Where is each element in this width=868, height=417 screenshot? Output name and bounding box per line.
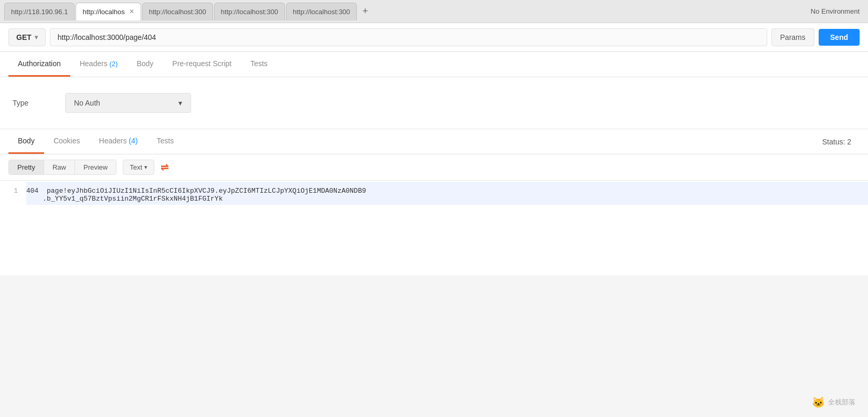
browser-tab-3[interactable]: http://localhost:300: [142, 3, 213, 20]
tab-label-1: http://118.190.96.1: [11, 8, 68, 16]
auth-chevron-icon: ▾: [178, 99, 182, 107]
tab-tests-label: Tests: [250, 59, 268, 68]
send-label: Send: [830, 33, 848, 41]
env-label: No Environment: [811, 7, 860, 15]
line-number-1: 1: [0, 182, 26, 197]
status-label: Status: 2: [822, 138, 851, 146]
format-bar: Pretty Raw Preview Text ▾ ⇌: [0, 154, 868, 181]
tab-label-3: http://localhost:300: [149, 8, 206, 16]
environment-selector[interactable]: No Environment: [807, 5, 864, 17]
method-label: GET: [16, 33, 31, 41]
resp-tests-label: Tests: [156, 137, 174, 145]
auth-type-value: No Auth: [74, 99, 100, 107]
resp-tab-cookies[interactable]: Cookies: [44, 129, 90, 154]
tab-headers[interactable]: Headers (2): [70, 52, 128, 77]
tab-pre-request[interactable]: Pre-request Script: [163, 52, 241, 77]
code-area: 1 404 page!eyJhbGciOiJIUzI1NiIsInR5cCI6I…: [0, 181, 868, 275]
format-type-label: Text: [130, 163, 142, 171]
method-chevron-icon: ▾: [35, 34, 38, 41]
format-type-dropdown[interactable]: Text ▾: [123, 160, 154, 175]
plus-icon: +: [363, 6, 368, 17]
resp-tab-tests[interactable]: Tests: [147, 129, 183, 154]
pretty-button[interactable]: Pretty: [9, 160, 44, 174]
url-input[interactable]: [50, 28, 767, 46]
view-mode-group: Pretty Raw Preview: [8, 160, 117, 175]
tab-label-4: http://localhost:300: [221, 8, 278, 16]
tab-label-2: http://localhos: [82, 8, 124, 16]
status-badge: Status: 2: [822, 138, 860, 146]
close-icon[interactable]: ✕: [129, 8, 134, 15]
tab-label-5: http://localhost:300: [293, 8, 350, 16]
headers-badge: (2): [110, 60, 118, 68]
resp-tab-body[interactable]: Body: [8, 129, 44, 154]
tab-prerequest-label: Pre-request Script: [172, 59, 231, 68]
resp-headers-label: Headers: [99, 137, 127, 145]
format-chevron-icon: ▾: [144, 164, 147, 171]
params-label: Params: [780, 33, 806, 41]
tab-authorization[interactable]: Authorization: [8, 52, 70, 77]
line-content-1: 404 page!eyJhbGciOiJIUzI1NiIsInR5cCI6Ikp…: [26, 182, 868, 205]
resp-tab-headers[interactable]: Headers (4): [90, 129, 147, 154]
method-dropdown[interactable]: GET ▾: [8, 28, 46, 46]
code-line-1: 1 404 page!eyJhbGciOiJIUzI1NiIsInR5cCI6I…: [0, 181, 868, 206]
request-tabs: Authorization Headers (2) Body Pre-reque…: [0, 52, 868, 77]
preview-button[interactable]: Preview: [75, 160, 116, 174]
send-button[interactable]: Send: [819, 29, 860, 46]
browser-tab-1[interactable]: http://118.190.96.1: [4, 3, 75, 20]
browser-tab-4[interactable]: http://localhost:300: [214, 3, 285, 20]
url-bar: GET ▾ Params Send: [0, 23, 868, 52]
tab-bar: http://118.190.96.1 http://localhos ✕ ht…: [0, 0, 868, 23]
raw-button[interactable]: Raw: [44, 160, 75, 174]
tab-body[interactable]: Body: [127, 52, 163, 77]
tab-headers-label: Headers: [80, 59, 108, 68]
resp-headers-badge: (4): [129, 137, 137, 145]
add-tab-button[interactable]: +: [358, 4, 373, 19]
tab-auth-label: Authorization: [18, 59, 61, 68]
wrap-icon[interactable]: ⇌: [161, 162, 168, 173]
resp-cookies-label: Cookies: [54, 137, 80, 145]
browser-tab-5[interactable]: http://localhost:300: [286, 3, 357, 20]
tab-body-label: Body: [136, 59, 153, 68]
auth-section: Type No Auth ▾: [0, 77, 868, 129]
tab-tests[interactable]: Tests: [241, 52, 277, 77]
params-button[interactable]: Params: [771, 28, 814, 46]
resp-body-label: Body: [18, 137, 35, 145]
browser-tab-2[interactable]: http://localhos ✕: [76, 3, 141, 20]
auth-type-label: Type: [13, 99, 44, 107]
auth-type-dropdown[interactable]: No Auth ▾: [65, 93, 191, 113]
response-tabs: Body Cookies Headers (4) Tests Status: 2: [0, 129, 868, 154]
